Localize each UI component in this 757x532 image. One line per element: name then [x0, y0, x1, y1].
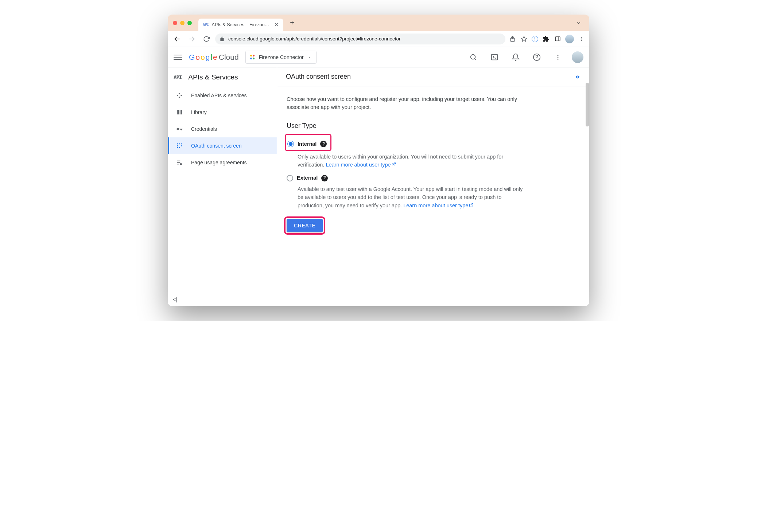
- svg-point-22: [177, 128, 179, 130]
- dropdown-icon: [307, 55, 312, 59]
- address-bar[interactable]: console.cloud.google.com/apis/credential…: [215, 34, 505, 44]
- svg-rect-25: [180, 129, 181, 130]
- svg-rect-35: [177, 164, 179, 165]
- radio-internal-label: Internal: [298, 140, 317, 148]
- svg-rect-33: [177, 161, 180, 161]
- panel-toggle-icon[interactable]: [575, 74, 581, 80]
- tab-close-icon[interactable]: ✕: [274, 21, 279, 28]
- profile-avatar[interactable]: [565, 35, 574, 43]
- page-title: OAuth consent screen: [286, 73, 351, 81]
- tab-overflow-button[interactable]: [573, 19, 584, 27]
- svg-line-10: [475, 59, 476, 60]
- sidebar-item-label: Credentials: [191, 126, 217, 132]
- svg-point-7: [581, 38, 582, 39]
- window-minimize-button[interactable]: [180, 21, 185, 25]
- radio-external[interactable]: [287, 175, 293, 181]
- learn-more-internal-link[interactable]: Learn more about user type: [326, 162, 396, 168]
- window-close-button[interactable]: [173, 21, 177, 25]
- svg-point-9: [471, 54, 475, 59]
- svg-point-29: [177, 145, 178, 146]
- svg-rect-20: [180, 110, 180, 114]
- content-header: OAuth consent screen: [277, 67, 589, 86]
- sidebar-item-page-usage[interactable]: Page usage agreements: [168, 154, 277, 171]
- sidebar-item-enabled-apis[interactable]: Enabled APIs & services: [168, 87, 277, 104]
- browser-window: API APIs & Services – Firezone Co ✕ + co…: [168, 15, 589, 306]
- nav-menu-button[interactable]: [174, 53, 182, 62]
- svg-point-17: [558, 58, 559, 59]
- learn-more-external-link[interactable]: Learn more about user type: [403, 203, 473, 208]
- external-link-icon: [469, 203, 473, 207]
- console-menu-icon[interactable]: [551, 50, 565, 64]
- svg-point-6: [581, 37, 582, 38]
- help-external-icon[interactable]: ?: [321, 175, 328, 181]
- section-title: API APIs & Services: [168, 67, 277, 87]
- cloud-shell-icon[interactable]: [487, 50, 502, 64]
- extension-onepassword-icon[interactable]: !: [532, 36, 538, 42]
- diamond-icon: [176, 92, 183, 99]
- main-content: OAuth consent screen Choose how you want…: [277, 67, 589, 306]
- svg-marker-3: [521, 36, 527, 41]
- toolbar-right: !: [508, 35, 586, 43]
- lock-icon: [220, 36, 225, 42]
- share-icon[interactable]: [508, 35, 516, 43]
- browser-menu-icon[interactable]: [578, 35, 586, 43]
- sidebar-item-oauth-consent[interactable]: OAuth consent screen: [168, 137, 277, 154]
- svg-rect-24: [181, 129, 182, 130]
- svg-point-26: [177, 143, 178, 144]
- reload-button[interactable]: [201, 33, 212, 45]
- section-user-type-title: User Type: [287, 121, 523, 131]
- console-body: API APIs & Services Enabled APIs & servi…: [168, 67, 589, 306]
- search-icon[interactable]: [466, 50, 481, 64]
- new-tab-button[interactable]: +: [287, 18, 297, 28]
- library-icon: [176, 109, 183, 116]
- sidebar: API APIs & Services Enabled APIs & servi…: [168, 67, 277, 306]
- sidebar-item-credentials[interactable]: Credentials: [168, 121, 277, 137]
- api-icon: API: [174, 75, 182, 80]
- forward-button: [186, 33, 198, 45]
- svg-point-15: [558, 55, 559, 56]
- browser-tab[interactable]: API APIs & Services – Firezone Co ✕: [198, 19, 283, 31]
- sidebar-item-label: Page usage agreements: [191, 160, 247, 165]
- project-icon: [250, 55, 255, 60]
- project-selector[interactable]: Firezone Connector: [245, 51, 317, 64]
- svg-rect-19: [178, 110, 179, 114]
- svg-point-8: [581, 40, 582, 41]
- project-name: Firezone Connector: [259, 54, 304, 60]
- extensions-icon[interactable]: [542, 35, 550, 43]
- consent-icon: [176, 142, 183, 149]
- scrollbar-thumb[interactable]: [586, 83, 589, 126]
- svg-line-38: [471, 203, 473, 206]
- window-maximize-button[interactable]: [187, 21, 192, 25]
- bookmark-star-icon[interactable]: [520, 35, 528, 43]
- svg-rect-4: [555, 37, 560, 41]
- radio-external-label: External: [297, 174, 318, 182]
- help-icon[interactable]: [529, 50, 544, 64]
- svg-rect-21: [181, 110, 182, 114]
- intro-text: Choose how you want to configure and reg…: [287, 95, 523, 112]
- google-cloud-logo[interactable]: Google Cloud: [189, 53, 239, 62]
- notifications-icon[interactable]: [508, 50, 523, 64]
- tab-strip: API APIs & Services – Firezone Co ✕ +: [168, 15, 589, 31]
- svg-rect-34: [177, 162, 180, 163]
- radio-internal[interactable]: [287, 141, 294, 147]
- sidebar-item-library[interactable]: Library: [168, 104, 277, 121]
- console-header: Google Cloud Firezone Connector: [168, 47, 589, 67]
- url-text: console.cloud.google.com/apis/credential…: [228, 36, 400, 42]
- back-button[interactable]: [171, 33, 183, 45]
- help-internal-icon[interactable]: ?: [320, 141, 327, 147]
- collapse-sidebar-button[interactable]: <|: [173, 297, 177, 302]
- internal-description: Only available to users within your orga…: [298, 153, 523, 169]
- account-avatar[interactable]: [572, 51, 583, 63]
- svg-rect-23: [179, 129, 182, 129]
- key-icon: [176, 125, 183, 133]
- sidebar-item-label: OAuth consent screen: [191, 143, 242, 149]
- side-panel-icon[interactable]: [554, 35, 562, 43]
- section-title-text: APIs & Services: [188, 73, 238, 81]
- window-controls: [173, 21, 192, 25]
- create-button[interactable]: CREATE: [287, 219, 323, 232]
- svg-point-31: [177, 147, 178, 148]
- svg-point-30: [181, 145, 182, 146]
- svg-point-36: [180, 163, 182, 165]
- svg-point-32: [179, 147, 180, 148]
- sidebar-item-label: Library: [191, 109, 207, 115]
